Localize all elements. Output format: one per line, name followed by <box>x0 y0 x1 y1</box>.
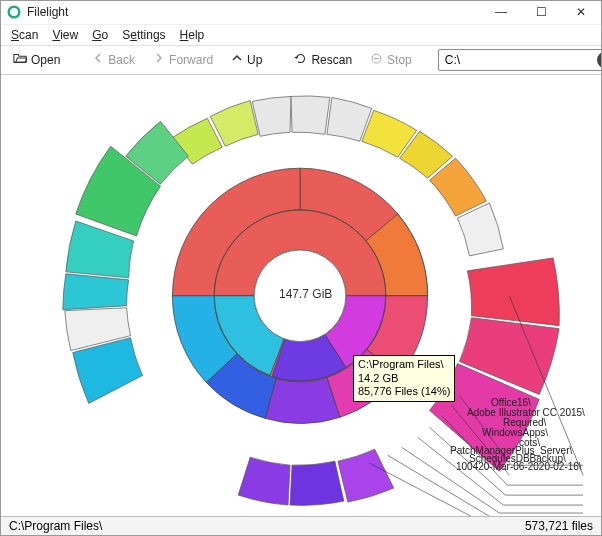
refresh-icon <box>294 52 307 68</box>
back-label: Back <box>108 53 135 67</box>
menu-scan[interactable]: Scan <box>11 28 38 42</box>
sunburst-chart[interactable]: 147.7 GiB C:\Program Files\ 14.2 GB 85,7… <box>1 75 601 517</box>
back-button[interactable]: Back <box>86 50 141 69</box>
title-bar: Filelight — ☐ ✕ <box>1 1 601 25</box>
hover-tooltip: C:\Program Files\ 14.2 GB 85,776 Files (… <box>353 355 455 402</box>
folder-open-icon <box>13 51 27 68</box>
rescan-label: Rescan <box>311 53 352 67</box>
status-file-count: 573,721 files <box>525 519 593 533</box>
stop-icon <box>370 52 383 68</box>
menu-view[interactable]: View <box>52 28 78 42</box>
app-icon <box>7 5 21 19</box>
clear-location-button[interactable]: ✕ <box>597 52 602 68</box>
tooltip-path: C:\Program Files\ <box>358 358 450 372</box>
window-title: Filelight <box>27 5 481 19</box>
forward-button[interactable]: Forward <box>147 50 219 69</box>
center-size-label: 147.7 GiB <box>279 287 332 301</box>
window-controls: — ☐ ✕ <box>481 1 601 24</box>
toolbar: Open Back Forward Up Rescan Stop ✕ <box>1 45 601 75</box>
menu-help[interactable]: Help <box>180 28 205 42</box>
open-button[interactable]: Open <box>7 49 66 70</box>
location-bar[interactable]: ✕ <box>438 49 602 71</box>
rescan-button[interactable]: Rescan <box>288 50 358 70</box>
location-input[interactable] <box>443 52 597 68</box>
stop-label: Stop <box>387 53 412 67</box>
chevron-up-icon <box>231 52 243 67</box>
up-button[interactable]: Up <box>225 50 268 69</box>
svg-point-1 <box>12 11 16 15</box>
maximize-button[interactable]: ☐ <box>521 1 561 24</box>
menu-bar: Scan View Go Settings Help <box>1 25 601 45</box>
menu-settings[interactable]: Settings <box>122 28 165 42</box>
status-bar: C:\Program Files\ 573,721 files <box>1 516 601 535</box>
stop-button[interactable]: Stop <box>364 50 418 70</box>
minimize-button[interactable]: — <box>481 1 521 24</box>
menu-go[interactable]: Go <box>92 28 108 42</box>
tooltip-files: 85,776 Files (14%) <box>358 385 450 399</box>
forward-label: Forward <box>169 53 213 67</box>
chevron-right-icon <box>153 52 165 67</box>
svg-rect-3 <box>374 58 379 59</box>
status-path: C:\Program Files\ <box>9 519 102 533</box>
chevron-left-icon <box>92 52 104 67</box>
up-label: Up <box>247 53 262 67</box>
tooltip-size: 14.2 GB <box>358 372 450 386</box>
close-button[interactable]: ✕ <box>561 1 601 24</box>
open-label: Open <box>31 53 60 67</box>
segment-label-misc: 100420-Mar-06-2020-02-16\ <box>456 461 582 472</box>
